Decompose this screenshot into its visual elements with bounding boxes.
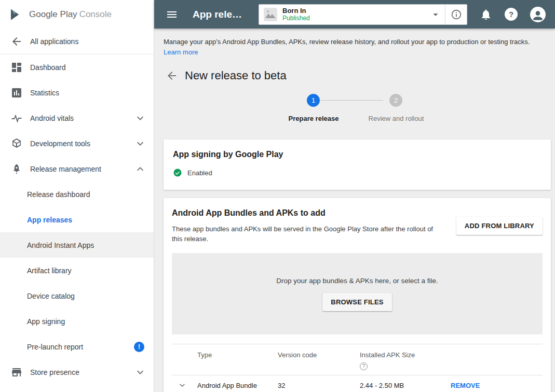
bar-chart-icon (10, 87, 23, 99)
app-signing-title: App signing by Google Play (173, 150, 542, 159)
row-expand-icon[interactable] (177, 380, 187, 390)
sidebar-nav: All applications Dashboard Statistics An… (0, 29, 154, 392)
chevron-down-icon (134, 137, 146, 150)
sidebar-item-app-signing[interactable]: App signing (0, 309, 154, 334)
arrow-left-icon (10, 35, 23, 48)
row-expand-cell (172, 380, 197, 390)
table-row: Android App Bundle 32 2.44 - 2.50 MB REM… (172, 375, 543, 392)
app-status: Published (282, 15, 426, 22)
sidebar-item-dashboard[interactable]: Dashboard (0, 54, 154, 80)
chevron-down-icon (134, 366, 146, 379)
sidebar-item-development-tools[interactable]: Development tools (0, 131, 154, 156)
release-stepper: 1 2 Prepare release Review and rollout (253, 94, 461, 132)
app-name: Born In (282, 7, 426, 15)
sidebar-item-label: Release management (30, 165, 134, 173)
storefront-icon (10, 366, 23, 379)
artifacts-table: Type Version code Installed APK Size ? A… (172, 344, 543, 392)
column-header-apk-size: Installed APK Size ? (360, 351, 451, 370)
upload-dropzone[interactable]: Drop your app bundles & APKs here, or se… (172, 253, 543, 334)
app-icon (264, 8, 277, 21)
sidebar-item-label: Store presence (30, 368, 134, 376)
pulse-icon (10, 112, 23, 124)
column-header-type: Type (197, 351, 278, 370)
caret-down-icon[interactable] (430, 9, 441, 20)
sidebar-item-release-management[interactable]: Release management (0, 156, 154, 181)
bundles-intro: Android App Bundles and APKs to add Thes… (172, 208, 456, 244)
stepper-connector (321, 100, 383, 101)
chevron-down-icon (134, 112, 146, 124)
sidebar-item-android-instant-apps[interactable]: Android Instant Apps (0, 232, 154, 258)
page-head: New release to beta (164, 69, 551, 82)
main-column: App rele… Born In Published ? Manage you… (154, 0, 555, 392)
sidebar-item-label: Android vitals (30, 114, 134, 122)
cell-apk-size: 2.44 - 2.50 MB (360, 382, 451, 389)
cell-actions: REMOVE (451, 382, 543, 389)
play-console-app: Google PlayConsole All applications Dash… (0, 0, 555, 392)
alert-badge-icon: ! (134, 342, 144, 352)
step-2-dot[interactable]: 2 (389, 94, 402, 107)
sidebar-item-label: App releases (27, 216, 144, 224)
logo-text: Google PlayConsole (29, 9, 112, 20)
artifacts-table-header: Type Version code Installed APK Size ? (172, 344, 543, 375)
bundles-description: These app bundles and APKs will be serve… (172, 224, 442, 244)
cell-version-code: 32 (278, 382, 360, 389)
step-1-dot[interactable]: 1 (307, 94, 320, 107)
brand-name: Google Play (29, 9, 77, 19)
google-play-logo-icon (8, 7, 24, 22)
dropzone-text: Drop your app bundles & APKs here, or se… (276, 277, 438, 285)
app-selector-text: Born In Published (282, 7, 426, 22)
sidebar-item-label: App signing (27, 317, 144, 326)
topbar: App rele… Born In Published ? (154, 0, 555, 29)
app-selector[interactable]: Born In Published (259, 4, 467, 25)
bundles-head: Android App Bundles and APKs to add Thes… (172, 208, 543, 244)
learn-more-link[interactable]: Learn more (164, 48, 198, 56)
sidebar-item-all-applications[interactable]: All applications (0, 29, 154, 54)
step-2-label: Review and rollout (355, 115, 438, 122)
sidebar-item-label: Pre-launch report (27, 343, 134, 351)
sidebar-item-label: All applications (30, 37, 146, 46)
info-icon[interactable] (445, 5, 467, 24)
sidebar-item-label: Statistics (30, 89, 146, 97)
size-help-icon[interactable]: ? (360, 362, 368, 370)
sidebar-item-label: Device catalog (27, 292, 144, 300)
sidebar-item-release-dashboard[interactable]: Release dashboard (0, 181, 154, 207)
chevron-up-icon (134, 163, 146, 175)
expand-column-header (172, 351, 197, 370)
sidebar-item-app-releases[interactable]: App releases (0, 207, 154, 232)
menu-icon[interactable] (166, 8, 178, 21)
back-icon[interactable] (166, 69, 178, 82)
dashboard-icon (10, 61, 23, 74)
page-description: Manage your app's Android App Bundles, A… (164, 37, 551, 47)
topbar-actions: ? (467, 7, 546, 22)
step-1-label: Prepare release (272, 115, 355, 122)
avatar[interactable] (530, 7, 546, 22)
browse-files-button[interactable]: BROWSE FILES (322, 293, 391, 311)
brand-suffix: Console (79, 9, 112, 19)
app-signing-status: Enabled (173, 168, 542, 177)
remove-button[interactable]: REMOVE (451, 382, 480, 389)
bell-icon[interactable] (480, 8, 492, 21)
check-circle-icon (173, 168, 182, 177)
topbar-title: App rele… (193, 9, 242, 20)
cell-type: Android App Bundle (197, 381, 278, 390)
sidebar-item-statistics[interactable]: Statistics (0, 80, 154, 105)
sidebar-item-label: Release dashboard (27, 190, 144, 199)
help-icon[interactable]: ? (505, 8, 518, 21)
add-from-library-button[interactable]: ADD FROM LIBRARY (456, 217, 543, 235)
sidebar-item-pre-launch-report[interactable]: Pre-launch report ! (0, 334, 154, 359)
cube-icon (10, 137, 23, 150)
app-signing-status-text: Enabled (187, 169, 212, 177)
sidebar-item-label: Development tools (30, 139, 134, 148)
column-header-version-code: Version code (278, 351, 360, 370)
sidebar-item-label: Android Instant Apps (27, 241, 144, 249)
sidebar-item-artifact-library[interactable]: Artifact library (0, 258, 154, 283)
logo[interactable]: Google PlayConsole (0, 0, 154, 29)
sidebar-item-android-vitals[interactable]: Android vitals (0, 105, 154, 131)
actions-column-header (451, 351, 543, 370)
column-header-apk-size-label: Installed APK Size (360, 351, 451, 359)
sidebar-item-device-catalog[interactable]: Device catalog (0, 283, 154, 309)
rocket-icon (10, 163, 23, 175)
sidebar-item-store-presence[interactable]: Store presence (0, 359, 154, 385)
sidebar: Google PlayConsole All applications Dash… (0, 0, 154, 392)
app-signing-card: App signing by Google Play Enabled (164, 139, 551, 190)
